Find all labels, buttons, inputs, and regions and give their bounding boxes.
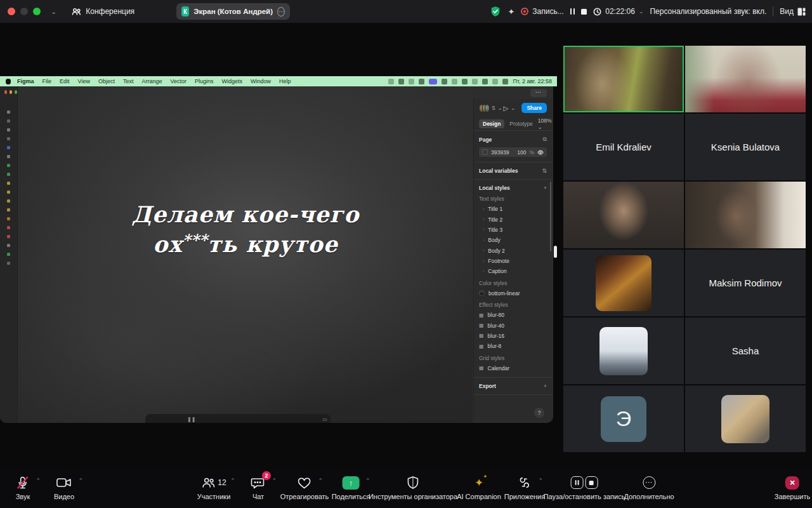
meeting-tab[interactable]: Конференция <box>72 7 134 16</box>
figma-menu-text[interactable]: Text <box>123 78 134 84</box>
host-tools-button[interactable]: Инструменты организатора <box>369 474 457 500</box>
text-style-item[interactable]: ›Caption <box>474 266 552 276</box>
effect-style-item[interactable]: ▦blur-80 <box>474 310 552 320</box>
text-style-item[interactable]: ›Title 2 <box>474 214 552 224</box>
page-copy-icon[interactable]: ⧉ <box>543 136 547 143</box>
figma-menu-file[interactable]: File <box>43 78 52 84</box>
active-status-icon[interactable] <box>429 79 437 84</box>
participants-button[interactable]: 12 ⌃ Участники <box>197 474 231 500</box>
status-icon[interactable] <box>452 79 457 84</box>
zoom-icon[interactable] <box>15 90 17 94</box>
status-icon[interactable] <box>442 79 447 84</box>
chevron-down-icon[interactable]: ⌄ <box>511 105 515 111</box>
color-swatch[interactable] <box>482 149 488 155</box>
figma-menu-object[interactable]: Object <box>98 78 115 84</box>
present-button[interactable]: ▷ <box>504 105 509 112</box>
audio-button[interactable]: ⌃ Звук <box>16 474 30 500</box>
panel-resize-handle[interactable] <box>554 246 557 258</box>
figma-menu-widgets[interactable]: Widgets <box>222 78 243 84</box>
figma-menu-vector[interactable]: Vector <box>170 78 187 84</box>
tab-design[interactable]: Design <box>479 119 504 128</box>
participant-video[interactable] <box>685 46 806 112</box>
window-more-button[interactable]: ⋯ <box>530 89 547 97</box>
participant-name-tile[interactable]: Maksim Rodimov <box>685 250 806 316</box>
page-color-value[interactable]: 393939 <box>491 149 509 156</box>
status-icon[interactable] <box>398 79 404 84</box>
zoom-level-dropdown[interactable]: 108% ⌄ <box>538 117 552 130</box>
status-icon[interactable] <box>462 79 468 84</box>
color-style-item[interactable]: bottom-linear <box>474 288 552 298</box>
chevron-down-icon[interactable]: ⌄ <box>51 8 56 16</box>
text-style-item[interactable]: ›Body 2 <box>474 246 552 256</box>
variables-filter-icon[interactable]: ⇅ <box>542 168 547 174</box>
figma-menu-edit[interactable]: Edit <box>60 78 70 84</box>
participant-avatar-tile[interactable] <box>563 318 684 384</box>
fullscreen-window-button[interactable] <box>33 8 41 15</box>
chevron-down-icon[interactable]: ⌄ <box>497 105 502 111</box>
stop-recording-icon[interactable] <box>586 476 598 489</box>
apps-options-chevron[interactable]: ⌃ <box>538 478 543 484</box>
tab-prototype[interactable]: Prototype <box>509 121 532 127</box>
participant-avatar-tile[interactable]: Э <box>563 385 684 452</box>
status-icon[interactable] <box>492 79 498 84</box>
add-export-icon[interactable]: + <box>544 383 547 389</box>
share-button[interactable]: Share <box>521 103 547 113</box>
participant-name-tile[interactable]: Ksenia Bulatova <box>685 114 806 180</box>
participant-video-active-speaker[interactable] <box>563 46 684 112</box>
video-options-chevron[interactable]: ⌃ <box>78 478 83 484</box>
close-window-button[interactable] <box>8 8 15 15</box>
pause-recording-icon[interactable] <box>571 476 584 489</box>
react-button[interactable]: ⌃ Отреагировать <box>280 474 329 500</box>
meeting-timer[interactable]: 02:22:06 ⌄ <box>593 7 643 16</box>
end-meeting-button[interactable]: ✕ Завершить <box>775 474 810 500</box>
screen-share-tab[interactable]: К Экран (Котов Андрей) ⋯ <box>176 3 290 20</box>
effect-style-item[interactable]: ▦blur-16 <box>474 331 552 341</box>
status-icon[interactable] <box>482 79 488 84</box>
participant-video[interactable] <box>563 182 684 248</box>
panel-scrollbar[interactable] <box>550 182 551 251</box>
text-style-item[interactable]: ›Footnote <box>474 256 552 266</box>
text-style-item[interactable]: ›Title 1 <box>474 204 552 214</box>
status-icon[interactable] <box>419 79 424 84</box>
participant-name-tile[interactable]: Emil Kdraliev <box>563 114 684 180</box>
page-opacity-value[interactable]: 100 <box>517 149 526 156</box>
status-icon[interactable] <box>502 79 508 84</box>
participant-avatar-tile[interactable] <box>563 250 684 316</box>
close-icon[interactable] <box>4 90 7 94</box>
chat-button[interactable]: 2 ⌃ Чат <box>251 474 266 500</box>
text-style-item[interactable]: ›Body <box>474 235 552 245</box>
grid-style-item[interactable]: ▦Calendar <box>474 363 552 373</box>
more-button[interactable]: ⋯ Дополнительно <box>624 474 674 500</box>
apple-logo-icon[interactable] <box>6 79 11 84</box>
window-controls[interactable] <box>8 8 41 15</box>
ai-companion-button[interactable]: ✦✦ AI Companion <box>457 474 501 500</box>
status-icon[interactable] <box>409 79 414 84</box>
view-button[interactable]: Вид <box>780 7 806 16</box>
text-style-item[interactable]: ›Title 3 <box>474 225 552 235</box>
video-button[interactable]: ⌃ Видео <box>54 474 74 500</box>
minimize-window-button[interactable] <box>20 8 28 15</box>
figma-menu-arrange[interactable]: Arrange <box>141 78 162 84</box>
chat-options-chevron[interactable]: ⌃ <box>272 478 277 484</box>
figma-window-controls[interactable] <box>0 86 17 94</box>
figma-bottom-toolbar[interactable]: ❚❚ ▭ <box>145 414 331 423</box>
page-color-row[interactable]: 393939 100 % <box>479 147 547 157</box>
react-options-chevron[interactable]: ⌃ <box>318 478 323 484</box>
collaborator-count[interactable]: 5 <box>492 105 495 111</box>
status-icon[interactable] <box>472 79 478 84</box>
figma-menu-plugins[interactable]: Plugins <box>195 78 214 84</box>
macos-clock[interactable]: Пт, 2 авг. 22:58 <box>513 78 552 84</box>
figma-menu-help[interactable]: Help <box>279 78 291 84</box>
participant-video[interactable] <box>685 182 806 248</box>
figma-help-button[interactable]: ? <box>534 408 544 418</box>
apps-button[interactable]: ⌃ Приложения <box>504 474 545 500</box>
audio-options-chevron[interactable]: ⌃ <box>36 478 41 484</box>
collaborator-avatar[interactable] <box>485 104 490 112</box>
security-shield-icon[interactable] <box>490 6 501 17</box>
effect-style-item[interactable]: ▦blur-40 <box>474 320 552 330</box>
visibility-eye-icon[interactable] <box>537 149 544 156</box>
stop-recording-button[interactable] <box>581 9 587 15</box>
figma-menu-app[interactable]: Figma <box>17 78 34 84</box>
share-screen-button[interactable]: ↑ ⌃ Поделиться <box>332 474 370 500</box>
participants-options-chevron[interactable]: ⌃ <box>230 478 235 484</box>
